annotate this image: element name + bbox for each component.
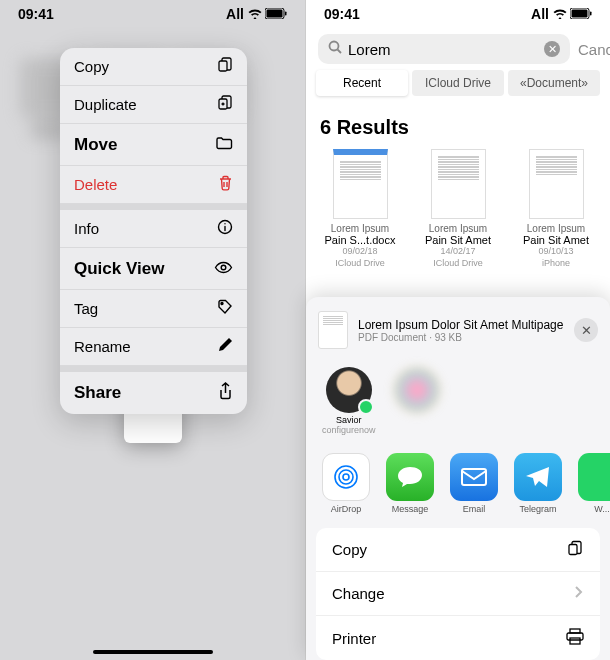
search-input[interactable] bbox=[348, 41, 538, 58]
left-screen: 09:41 All Copy Du bbox=[0, 0, 305, 660]
search-bar: ✕ Cancel bbox=[306, 28, 610, 70]
message-icon bbox=[386, 453, 434, 501]
search-icon bbox=[328, 40, 342, 58]
app-mail[interactable]: Email bbox=[448, 453, 500, 514]
action-copy[interactable]: Copy bbox=[316, 528, 600, 572]
share-title: Lorem Ipsum Dolor Sit Amet Multipage PDF… bbox=[358, 318, 564, 343]
share-document-thumbnail bbox=[318, 311, 348, 349]
svg-rect-9 bbox=[572, 10, 588, 18]
result-thumbnail bbox=[431, 149, 486, 219]
eye-icon bbox=[214, 260, 233, 278]
status-bar: 09:41 All bbox=[0, 0, 305, 28]
result-item[interactable]: Lorem Ipsum Pain Sit Amet 09/10/13 iPhon… bbox=[512, 149, 600, 269]
result-thumbnail bbox=[529, 149, 584, 219]
whatsapp-badge-icon bbox=[358, 399, 374, 415]
battery-icon bbox=[265, 6, 287, 22]
telegram-icon bbox=[514, 453, 562, 501]
home-indicator[interactable] bbox=[93, 650, 213, 654]
action-change[interactable]: Change bbox=[316, 572, 600, 616]
people-row: Savior configurenow bbox=[306, 361, 610, 447]
result-item[interactable]: Lorem Ipsum Pain Sit Amet 14/02/17 IClou… bbox=[414, 149, 502, 269]
svg-rect-16 bbox=[569, 544, 577, 554]
app-telegram[interactable]: Telegram bbox=[512, 453, 564, 514]
menu-copy[interactable]: Copy bbox=[60, 48, 247, 86]
status-time: 09:41 bbox=[324, 6, 360, 22]
svg-rect-1 bbox=[267, 10, 283, 18]
status-bar: 09:41 All bbox=[306, 0, 610, 28]
wifi-icon bbox=[248, 6, 262, 22]
menu-share[interactable]: Share bbox=[60, 372, 247, 414]
svg-point-11 bbox=[330, 42, 339, 51]
menu-delete[interactable]: Delete bbox=[60, 166, 247, 204]
avatar bbox=[326, 367, 372, 413]
info-icon bbox=[217, 219, 233, 239]
printer-icon bbox=[566, 628, 584, 648]
copy-icon bbox=[217, 57, 233, 77]
status-carrier: All bbox=[531, 6, 549, 22]
result-item[interactable]: Lorem Ipsum Pain S...t.docx 09/02/18 ICl… bbox=[316, 149, 404, 269]
scope-tab-document[interactable]: «Document» bbox=[508, 70, 600, 96]
svg-point-12 bbox=[343, 474, 349, 480]
svg-point-6 bbox=[221, 265, 226, 270]
duplicate-icon bbox=[217, 95, 233, 115]
result-thumbnail bbox=[333, 149, 388, 219]
share-actions: Copy Change Printer bbox=[316, 528, 600, 660]
clear-search-button[interactable]: ✕ bbox=[544, 41, 560, 57]
wifi-icon bbox=[553, 6, 567, 22]
menu-rename[interactable]: Rename bbox=[60, 328, 247, 366]
battery-icon bbox=[570, 6, 592, 22]
svg-point-13 bbox=[339, 470, 353, 484]
scope-tab-icloud[interactable]: ICloud Drive bbox=[412, 70, 504, 96]
menu-move[interactable]: Move bbox=[60, 124, 247, 166]
menu-quickview[interactable]: Quick View bbox=[60, 248, 247, 290]
share-sheet: Lorem Ipsum Dolor Sit Amet Multipage PDF… bbox=[306, 297, 610, 660]
chevron-right-icon bbox=[574, 585, 584, 602]
tag-icon bbox=[217, 299, 233, 319]
apps-row: AirDrop Message Email Telegram bbox=[306, 447, 610, 528]
cancel-search-button[interactable]: Cancel bbox=[578, 41, 610, 58]
right-screen: 09:41 All ✕ Cancel Recent ICloud Drive bbox=[305, 0, 610, 660]
airdrop-icon bbox=[322, 453, 370, 501]
copy-icon bbox=[567, 540, 584, 560]
folder-icon bbox=[216, 136, 233, 154]
share-icon bbox=[218, 382, 233, 404]
mail-icon bbox=[450, 453, 498, 501]
results-grid: Lorem Ipsum Pain S...t.docx 09/02/18 ICl… bbox=[306, 149, 610, 269]
svg-rect-19 bbox=[570, 638, 580, 644]
menu-tag[interactable]: Tag bbox=[60, 290, 247, 328]
scope-tab-recent[interactable]: Recent bbox=[316, 70, 408, 96]
svg-rect-3 bbox=[219, 61, 227, 71]
action-printer[interactable]: Printer bbox=[316, 616, 600, 660]
whatsapp-icon bbox=[578, 453, 610, 501]
results-header: 6 Results bbox=[306, 104, 610, 149]
status-carrier: All bbox=[226, 6, 244, 22]
svg-rect-2 bbox=[285, 12, 287, 16]
app-message[interactable]: Message bbox=[384, 453, 436, 514]
share-header: Lorem Ipsum Dolor Sit Amet Multipage PDF… bbox=[306, 307, 610, 361]
trash-icon bbox=[218, 175, 233, 195]
menu-info[interactable]: Info bbox=[60, 210, 247, 248]
share-contact-blurred[interactable] bbox=[394, 367, 440, 435]
app-airdrop[interactable]: AirDrop bbox=[320, 453, 372, 514]
context-menu: Copy Duplicate Move Delete Info bbox=[60, 48, 247, 414]
svg-point-7 bbox=[221, 302, 223, 304]
scope-tabs: Recent ICloud Drive «Document» bbox=[306, 70, 610, 104]
share-contact[interactable]: Savior configurenow bbox=[322, 367, 376, 435]
avatar bbox=[394, 367, 440, 413]
app-whatsapp[interactable]: W... bbox=[576, 453, 610, 514]
status-time: 09:41 bbox=[18, 6, 54, 22]
svg-rect-10 bbox=[590, 12, 592, 16]
close-share-button[interactable]: ✕ bbox=[574, 318, 598, 342]
menu-duplicate[interactable]: Duplicate bbox=[60, 86, 247, 124]
search-field[interactable]: ✕ bbox=[318, 34, 570, 64]
pencil-icon bbox=[218, 337, 233, 356]
svg-rect-15 bbox=[462, 469, 486, 485]
